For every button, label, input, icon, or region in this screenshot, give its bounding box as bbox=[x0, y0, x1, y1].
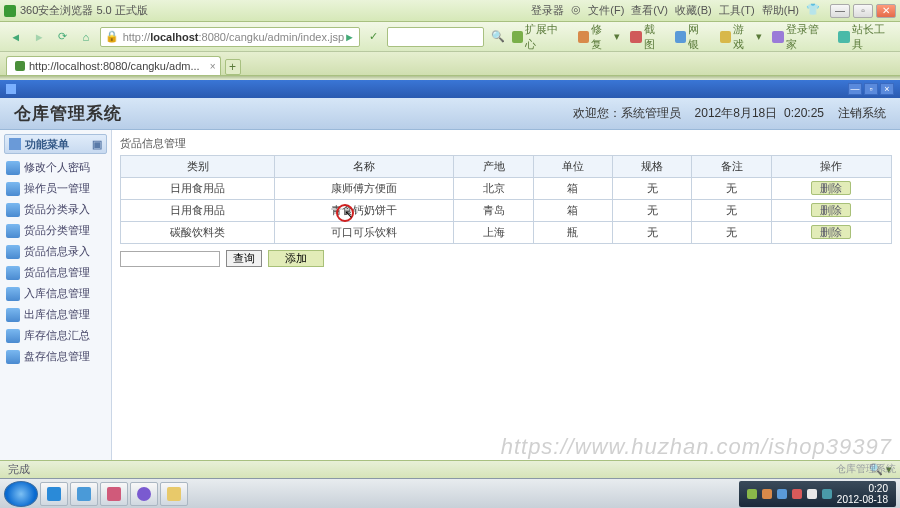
inner-window-titlebar: — ▫ × bbox=[0, 80, 900, 98]
panel-title: 货品信息管理 bbox=[120, 136, 892, 151]
close-button[interactable]: ✕ bbox=[876, 4, 896, 18]
url-host: localhost bbox=[150, 31, 198, 43]
delete-button[interactable]: 删除 bbox=[811, 181, 851, 195]
sidebar-item-inventory[interactable]: 盘存信息管理 bbox=[4, 346, 107, 367]
menu-file[interactable]: 文件(F) bbox=[586, 3, 626, 18]
tool-game[interactable]: 游戏▾ bbox=[720, 22, 762, 52]
tool-site[interactable]: 站长工具 bbox=[838, 22, 894, 52]
tab-close-icon[interactable]: × bbox=[210, 61, 216, 72]
table-row: 日用食用品青食钙奶饼干青岛箱无无删除 bbox=[121, 200, 892, 222]
browser-tab[interactable]: http://localhost:8080/cangku/adm... × bbox=[6, 56, 221, 75]
menu-fav[interactable]: 收藏(B) bbox=[673, 3, 714, 18]
app-layout: 功能菜单 ▣ 修改个人密码 操作员一管理 货品分类录入 货品分类管理 货品信息录… bbox=[0, 130, 900, 460]
task-ie[interactable] bbox=[40, 482, 68, 506]
sidebar-item-goods-mgr[interactable]: 货品信息管理 bbox=[4, 262, 107, 283]
lock-icon: 🔒 bbox=[105, 30, 119, 43]
maximize-button[interactable]: ▫ bbox=[853, 4, 873, 18]
sidebar-item-outbound[interactable]: 出库信息管理 bbox=[4, 304, 107, 325]
minimize-button[interactable]: — bbox=[830, 4, 850, 18]
new-tab-button[interactable]: + bbox=[225, 59, 241, 75]
browser-tab-strip: http://localhost:8080/cangku/adm... × + bbox=[0, 52, 900, 76]
tray-icon bbox=[747, 489, 757, 499]
table-cell: 日用食用品 bbox=[121, 200, 275, 222]
table-cell: 可口可乐饮料 bbox=[275, 222, 454, 244]
watermark-small: 仓库管理系统 bbox=[836, 462, 896, 476]
tool-shot[interactable]: 截图 bbox=[630, 22, 665, 52]
forward-button[interactable]: ► bbox=[29, 27, 48, 47]
home-button[interactable]: ⌂ bbox=[76, 27, 95, 47]
browser-title: 360安全浏览器 5.0 正式版 bbox=[20, 3, 148, 18]
start-button[interactable] bbox=[4, 481, 38, 507]
table-cell: 康师傅方便面 bbox=[275, 178, 454, 200]
page-status-bar: 完成 🔍 ▾ bbox=[0, 460, 900, 478]
col-name: 名称 bbox=[275, 156, 454, 178]
browser-titlebar: 360安全浏览器 5.0 正式版 登录器 ◎ 文件(F) 查看(V) 收藏(B)… bbox=[0, 0, 900, 22]
tool-bank[interactable]: 网银 bbox=[675, 22, 710, 52]
goods-table: 类别 名称 产地 单位 规格 备注 操作 日用食用品康师傅方便面北京箱无无删除日… bbox=[120, 155, 892, 244]
query-button[interactable]: 查询 bbox=[226, 250, 262, 267]
inner-close-button[interactable]: × bbox=[880, 83, 894, 95]
system-tray[interactable]: 0:20 2012-08-18 bbox=[739, 481, 896, 507]
main-panel: 货品信息管理 类别 名称 产地 单位 规格 备注 操作 日用食用品康师傅方便面北… bbox=[112, 130, 900, 460]
table-cell-op: 删除 bbox=[771, 178, 891, 200]
table-cell: 瓶 bbox=[533, 222, 612, 244]
sidebar-collapse-icon[interactable]: ▣ bbox=[92, 138, 102, 151]
table-cell: 无 bbox=[692, 178, 771, 200]
go-button[interactable]: ► bbox=[344, 31, 355, 43]
task-app2[interactable] bbox=[130, 482, 158, 506]
tool-login[interactable]: 登录管家 bbox=[772, 22, 828, 52]
table-row: 碳酸饮料类可口可乐饮料上海瓶无无删除 bbox=[121, 222, 892, 244]
add-button[interactable]: 添加 bbox=[268, 250, 324, 267]
window-buttons: — ▫ ✕ bbox=[830, 4, 896, 18]
table-cell: 北京 bbox=[454, 178, 533, 200]
sidebar-header-label: 功能菜单 bbox=[25, 137, 69, 152]
table-cell: 碳酸饮料类 bbox=[121, 222, 275, 244]
logout-link[interactable]: 注销系统 bbox=[838, 105, 886, 122]
delete-button[interactable]: 删除 bbox=[811, 225, 851, 239]
col-cat: 类别 bbox=[121, 156, 275, 178]
sidebar-item-stock[interactable]: 库存信息汇总 bbox=[4, 325, 107, 346]
table-cell: 无 bbox=[613, 178, 692, 200]
inner-min-button[interactable]: — bbox=[848, 83, 862, 95]
inner-max-button[interactable]: ▫ bbox=[864, 83, 878, 95]
tray-date: 2012-08-18 bbox=[837, 494, 888, 505]
header-date: 2012年8月18日 bbox=[695, 106, 778, 120]
menu-view[interactable]: 查看(V) bbox=[629, 3, 670, 18]
table-cell: 无 bbox=[613, 222, 692, 244]
tool-fix[interactable]: 修复▾ bbox=[578, 22, 620, 52]
menu-skin-icon[interactable]: 👕 bbox=[804, 3, 822, 18]
sidebar-item-password[interactable]: 修改个人密码 bbox=[4, 157, 107, 178]
query-input[interactable] bbox=[120, 251, 220, 267]
back-button[interactable]: ◄ bbox=[6, 27, 25, 47]
menu-help[interactable]: 帮助(H) bbox=[760, 3, 801, 18]
table-cell: 无 bbox=[692, 200, 771, 222]
table-cell: 日用食用品 bbox=[121, 178, 275, 200]
table-cell: 箱 bbox=[533, 178, 612, 200]
reload-button[interactable]: ⟳ bbox=[53, 27, 72, 47]
sidebar-item-cat-mgr[interactable]: 货品分类管理 bbox=[4, 220, 107, 241]
col-place: 产地 bbox=[454, 156, 533, 178]
query-form: 查询 添加 bbox=[120, 250, 892, 267]
browser-search-input[interactable] bbox=[387, 27, 484, 47]
browser-navbar: ◄ ► ⟳ ⌂ 🔒 http://localhost:8080/cangku/a… bbox=[0, 22, 900, 52]
menu-tools[interactable]: 工具(T) bbox=[717, 3, 757, 18]
task-app1[interactable] bbox=[100, 482, 128, 506]
welcome-text: 欢迎您：系统管理员 bbox=[573, 105, 681, 122]
sidebar-item-cat-add[interactable]: 货品分类录入 bbox=[4, 199, 107, 220]
delete-button[interactable]: 删除 bbox=[811, 203, 851, 217]
sidebar-item-goods-add[interactable]: 货品信息录入 bbox=[4, 241, 107, 262]
cert-icon[interactable]: ✓ bbox=[364, 27, 383, 47]
table-cell: 无 bbox=[692, 222, 771, 244]
browser-toolbar-right: 扩展中心 修复▾ 截图 网银 游戏▾ 登录管家 站长工具 bbox=[512, 22, 894, 52]
task-ie2[interactable] bbox=[70, 482, 98, 506]
search-button[interactable]: 🔍 bbox=[488, 27, 507, 47]
table-cell: 箱 bbox=[533, 200, 612, 222]
tray-clock[interactable]: 0:20 2012-08-18 bbox=[837, 483, 888, 505]
app-header: 仓库管理系统 欢迎您：系统管理员 2012年8月18日 0:20:25 注销系统 bbox=[0, 98, 900, 130]
tool-ext[interactable]: 扩展中心 bbox=[512, 22, 568, 52]
sidebar-item-inbound[interactable]: 入库信息管理 bbox=[4, 283, 107, 304]
task-explorer[interactable] bbox=[160, 482, 188, 506]
address-bar[interactable]: 🔒 http://localhost:8080/cangku/admin/ind… bbox=[100, 27, 360, 47]
menu-login[interactable]: 登录器 bbox=[529, 3, 566, 18]
sidebar-item-operator[interactable]: 操作员一管理 bbox=[4, 178, 107, 199]
